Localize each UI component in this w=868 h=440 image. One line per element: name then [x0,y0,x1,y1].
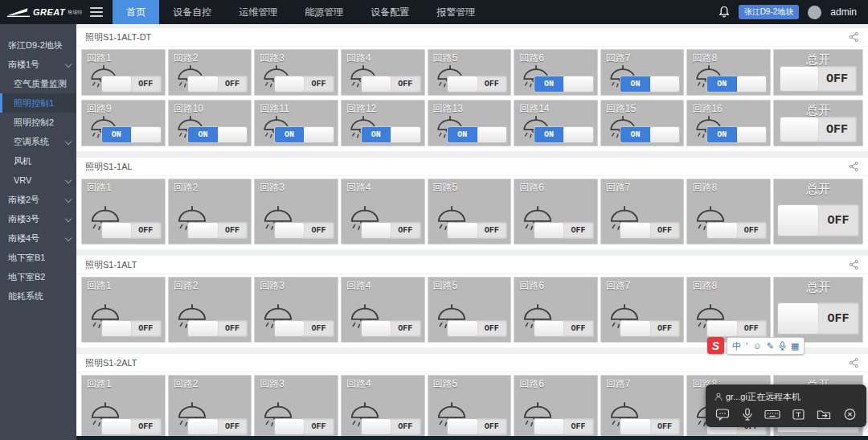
circuit-toggle[interactable]: OFF [274,418,334,435]
circuit-toggle[interactable]: ON [706,126,767,143]
remote-text-icon[interactable] [792,408,805,421]
circuit-toggle[interactable]: OFF [361,222,421,239]
circuit-label: 回路7 [606,377,631,391]
master-toggle[interactable]: OFF [780,66,857,92]
remote-mic-icon[interactable] [742,408,753,421]
circuit-toggle[interactable]: ON [706,76,767,93]
circuit-toggle[interactable]: OFF [361,76,421,93]
menu-collapse-icon[interactable] [90,7,103,17]
toggle-knob [737,127,767,142]
circuit-toggle[interactable]: OFF [187,76,248,93]
circuit-toggle[interactable]: OFF [187,222,248,239]
circuit-toggle[interactable]: OFF [361,320,421,337]
circuit-toggle[interactable]: OFF [101,222,162,239]
master-toggle[interactable]: OFF [777,204,859,236]
nav-item[interactable]: 首页 [113,0,159,24]
toggle-state-label: ON [620,76,650,92]
circuit-toggle[interactable]: ON [534,126,594,143]
circuit-label: 回路1 [87,279,112,293]
sidebar-item[interactable]: 空调系统 [0,132,76,151]
circuit-toggle[interactable]: OFF [101,418,162,435]
sidebar-item[interactable]: 地下室B2 [0,267,76,286]
circuit-toggle[interactable]: OFF [274,222,334,239]
circuit-toggle[interactable]: ON [447,126,507,143]
circuit-toggle[interactable]: OFF [447,76,507,93]
circuit-toggle[interactable]: OFF [187,320,248,337]
share-icon[interactable] [849,259,859,270]
nav-item[interactable]: 能源管理 [291,0,357,24]
circuit-toggle[interactable]: OFF [706,320,767,337]
circuit-toggle[interactable]: OFF [620,320,680,337]
circuit-card: 回路2 OFF [168,49,252,96]
ime-punctuation-icon[interactable]: ’ [746,342,747,351]
circuit-toggle[interactable]: ON [187,126,248,143]
master-label: 总开 [774,182,862,197]
toggle-knob [448,223,477,238]
sidebar-item[interactable]: 照明控制1 [0,93,76,113]
remote-chat-icon[interactable] [715,408,731,421]
circuit-toggle[interactable]: OFF [187,418,248,435]
toggle-knob [362,223,391,238]
circuit-toggle[interactable]: OFF [361,418,421,435]
master-toggle[interactable]: OFF [780,117,857,142]
circuit-toggle[interactable]: OFF [534,222,594,239]
circuit-toggle[interactable]: OFF [706,222,767,239]
remote-file-transfer-icon[interactable] [817,408,832,421]
sidebar-item[interactable]: 南楼4号 [0,228,76,248]
toggle-knob [304,127,334,142]
sidebar-item[interactable]: VRV [0,171,76,190]
toggle-state-label: OFF [218,76,248,92]
circuit-toggle[interactable]: ON [101,126,162,143]
circuit-toggle[interactable]: ON [274,126,334,143]
circuit-toggle[interactable]: ON [620,126,680,143]
sidebar-item[interactable]: 照明控制2 [0,113,76,132]
circuit-toggle[interactable]: OFF [620,222,680,239]
nav-item[interactable]: 报警管理 [423,0,489,24]
share-icon[interactable] [849,161,859,172]
sidebar-item[interactable]: 能耗系统 [0,286,76,306]
sidebar-item[interactable]: 南楼2号 [0,190,76,209]
site-badge[interactable]: 张江D9-2地块 [739,5,800,19]
circuit-toggle[interactable]: OFF [447,222,507,239]
circuit-toggle[interactable]: ON [534,76,594,93]
nav-item[interactable]: 设备配置 [357,0,423,24]
notifications-bell-icon[interactable] [719,6,730,19]
circuit-toggle[interactable]: OFF [274,76,334,93]
sidebar-item[interactable]: 南楼1号 [0,55,76,74]
circuit-toggle[interactable]: OFF [274,320,334,337]
circuit-label: 回路3 [260,181,285,195]
nav-item[interactable]: 运维管理 [225,0,291,24]
circuit-toggle[interactable]: OFF [447,418,507,435]
toggle-knob [218,127,248,142]
circuit-toggle[interactable]: ON [361,126,421,143]
sidebar-item[interactable]: 南楼3号 [0,209,76,228]
toggle-state-label: ON [362,127,391,142]
toggle-knob [188,419,218,434]
circuit-toggle[interactable]: OFF [620,418,680,435]
sidebar-item[interactable]: 地下室B1 [0,248,76,267]
sidebar-item[interactable]: 张江D9-2地块 [0,35,76,55]
remote-close-icon[interactable] [843,408,857,421]
circuit-toggle[interactable]: OFF [101,76,162,93]
share-icon[interactable] [849,31,859,43]
ime-mic-icon[interactable] [779,341,786,351]
ime-logo-icon[interactable]: S [707,337,724,354]
chevron-down-icon [65,196,72,203]
sidebar-item[interactable]: 空气质量监测 [0,74,76,93]
circuit-toggle[interactable]: OFF [534,320,594,337]
toggle-knob [275,419,305,434]
circuit-toggle[interactable]: OFF [447,320,507,337]
sidebar-item[interactable]: 风机 [0,151,76,171]
circuit-toggle[interactable]: ON [620,76,680,93]
master-toggle[interactable]: OFF [777,302,859,335]
share-icon[interactable] [849,357,859,368]
circuit-toggle[interactable]: OFF [534,418,594,435]
ime-toolbox-icon[interactable]: ▦ [791,342,799,351]
circuit-toggle[interactable]: OFF [101,320,162,337]
nav-item[interactable]: 设备自控 [159,0,225,24]
username[interactable]: admin [830,6,857,18]
ime-emoji-icon[interactable]: ☺ [752,342,761,351]
ime-chinese-mode-icon[interactable]: 中 [732,342,741,351]
ime-handwriting-icon[interactable]: ✎ [767,342,774,351]
remote-keyboard-icon[interactable] [764,408,780,421]
